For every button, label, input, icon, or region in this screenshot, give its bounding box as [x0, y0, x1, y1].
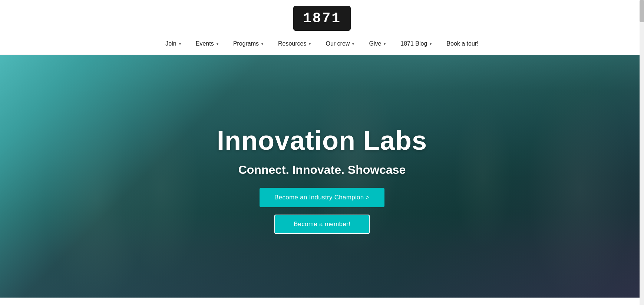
hero-content: Innovation Labs Connect. Innovate. Showc… — [217, 126, 427, 233]
chevron-down-icon: ▾ — [217, 42, 218, 46]
nav-label-our-crew: Our crew — [326, 40, 350, 47]
chevron-down-icon: ▾ — [179, 42, 181, 46]
logo[interactable]: 1871 — [293, 6, 351, 31]
nav-label-programs: Programs — [233, 40, 259, 47]
chevron-down-icon: ▾ — [261, 42, 263, 46]
main-nav: Join ▾ Events ▾ Programs ▾ Resources ▾ O… — [158, 37, 486, 54]
logo-container[interactable]: 1871 — [293, 6, 351, 31]
nav-label-book-tour: Book a tour! — [446, 40, 478, 47]
scrollbar-thumb[interactable] — [640, 0, 644, 22]
nav-label-give: Give — [369, 40, 381, 47]
hero-section: Innovation Labs Connect. Innovate. Showc… — [0, 55, 644, 298]
hero-subtitle: Connect. Innovate. Showcase — [238, 163, 406, 177]
become-member-button[interactable]: Become a member! — [274, 215, 370, 234]
chevron-down-icon: ▾ — [430, 42, 432, 46]
scrollbar-track[interactable] — [640, 0, 644, 305]
nav-item-programs[interactable]: Programs ▾ — [226, 37, 271, 50]
nav-label-join: Join — [165, 40, 176, 47]
nav-item-resources[interactable]: Resources ▾ — [271, 37, 318, 50]
nav-item-join[interactable]: Join ▾ — [158, 37, 188, 50]
logo-text: 1871 — [303, 10, 341, 26]
become-champion-button[interactable]: Become an Industry Champion > — [260, 188, 384, 207]
chevron-down-icon: ▾ — [309, 42, 311, 46]
nav-item-give[interactable]: Give ▾ — [361, 37, 393, 50]
nav-label-blog: 1871 Blog — [400, 40, 427, 47]
chevron-down-icon: ▾ — [384, 42, 386, 46]
nav-label-resources: Resources — [278, 40, 306, 47]
nav-item-events[interactable]: Events ▾ — [188, 37, 226, 50]
nav-label-events: Events — [196, 40, 214, 47]
nav-item-book-tour[interactable]: Book a tour! — [439, 37, 486, 50]
chevron-down-icon: ▾ — [352, 42, 354, 46]
nav-item-blog[interactable]: 1871 Blog ▾ — [393, 37, 439, 50]
header: 1871 Join ▾ Events ▾ Programs ▾ Resource… — [0, 0, 644, 55]
nav-item-our-crew[interactable]: Our crew ▾ — [318, 37, 361, 50]
hero-title: Innovation Labs — [217, 126, 427, 155]
